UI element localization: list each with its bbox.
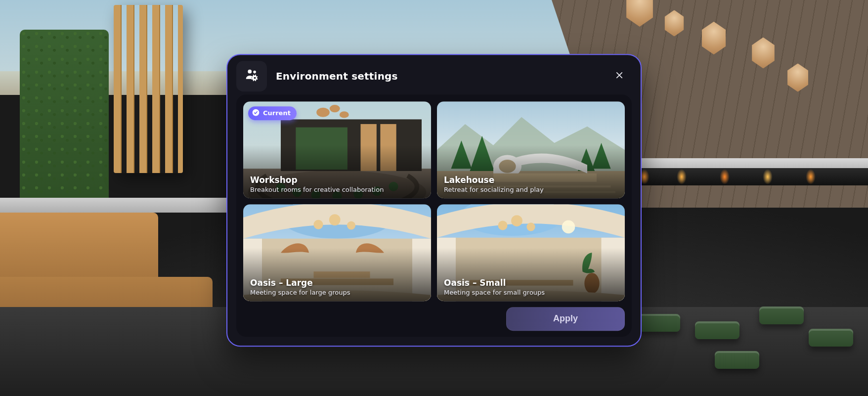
environment-grid: Current Workshop Breakout rooms for crea… [243,101,625,301]
svg-rect-7 [361,124,377,171]
environment-card-oasis-large[interactable]: Oasis – Large Meeting space for large gr… [243,204,431,301]
dialog-footer: Apply [243,307,625,331]
environment-desc: Breakout rooms for creative collaboratio… [250,186,424,193]
check-circle-icon [252,109,260,118]
svg-point-42 [526,222,535,231]
apply-button[interactable]: Apply [506,307,625,331]
environment-card-oasis-small[interactable]: Oasis – Small Meeting space for small gr… [437,204,625,301]
dialog-header: Environment settings [236,63,632,89]
environment-card-workshop[interactable]: Current Workshop Breakout rooms for crea… [243,101,431,198]
dialog-panel: Current Workshop Breakout rooms for crea… [236,94,632,337]
close-icon [615,71,624,82]
svg-point-24 [499,160,516,173]
card-caption: Oasis – Large Meeting space for large gr… [250,278,424,296]
bg-step-upper [0,213,158,287]
bg-cushion [809,329,853,347]
environment-desc: Meeting space for small groups [444,289,618,296]
environment-desc: Retreat for socializing and play [444,186,618,193]
environment-card-lakehouse[interactable]: Lakehouse Retreat for socializing and pl… [437,101,625,198]
svg-point-0 [248,69,252,73]
svg-rect-33 [314,271,370,278]
bg-cushion [759,307,804,324]
people-gear-icon [244,68,259,85]
environment-name: Workshop [250,175,424,185]
environment-name: Lakehouse [444,175,618,185]
card-caption: Oasis – Small Meeting space for small gr… [444,278,618,296]
environment-desc: Meeting space for large groups [250,289,424,296]
dialog-title: Environment settings [276,70,601,82]
svg-rect-9 [296,127,347,170]
environment-name: Oasis – Large [250,278,424,288]
svg-point-30 [329,214,341,225]
svg-point-1 [253,70,256,73]
svg-point-11 [330,104,340,112]
environment-settings-dialog: Environment settings [226,54,642,347]
card-caption: Lakehouse Retreat for socializing and pl… [444,175,618,193]
environment-name: Oasis – Small [444,278,618,288]
svg-point-29 [314,220,323,229]
close-button[interactable] [610,67,629,86]
card-caption: Workshop Breakout rooms for creative col… [250,175,424,193]
bg-wood-slats [114,5,183,173]
host-settings-icon-button[interactable] [236,61,267,91]
bg-cushion [695,321,739,339]
badge-label: Current [263,109,291,117]
svg-point-12 [340,111,349,118]
svg-point-2 [254,77,256,79]
svg-point-40 [498,220,508,230]
bg-cushion [715,351,759,369]
svg-point-44 [562,220,575,233]
bg-cushion [636,314,680,332]
svg-rect-8 [380,124,396,171]
svg-point-31 [347,221,355,229]
svg-point-41 [511,215,522,226]
svg-point-10 [316,107,330,117]
current-badge: Current [248,106,297,120]
